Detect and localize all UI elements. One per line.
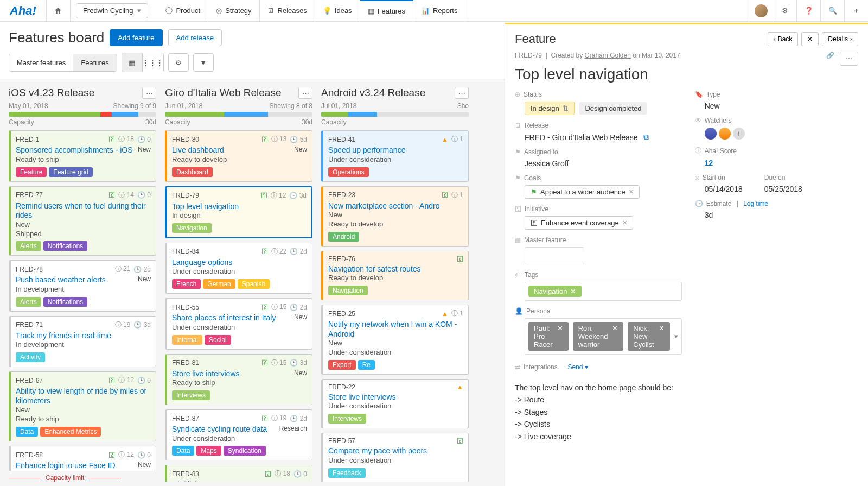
tag[interactable]: Export	[328, 360, 356, 370]
tag[interactable]: Interviews	[328, 414, 366, 424]
column-menu-button[interactable]: ⋯	[455, 87, 469, 99]
feature-card[interactable]: FRED-25▲ⓘ 1 Notify my network when I win…	[321, 305, 469, 375]
status-action-button[interactable]: Design completed	[579, 102, 647, 115]
feature-card[interactable]: FRED-67⚿ⓘ 12🕒 0 Ability to view length o…	[9, 371, 156, 441]
type-value[interactable]: New	[695, 102, 858, 110]
feature-card[interactable]: FRED-41▲ⓘ 1 Speed up performance Under c…	[321, 130, 469, 181]
card-title[interactable]: Language options	[172, 258, 232, 267]
tag[interactable]: Spanish	[238, 279, 270, 289]
list-view-button[interactable]: ⋮⋮⋮	[143, 53, 163, 72]
assignee[interactable]: Jessica Groff	[515, 159, 682, 168]
feature-card[interactable]: FRED-79⚿ⓘ 12🕒 3d Top level navigation In…	[165, 186, 312, 238]
estimate-value[interactable]: 3d	[695, 211, 858, 219]
column-menu-button[interactable]: ⋯	[142, 87, 156, 99]
tag[interactable]: Dashboard	[172, 167, 213, 177]
feature-card[interactable]: FRED-1⚿ⓘ 18🕒 0 Sponsored accomplishments…	[9, 130, 156, 181]
release-value[interactable]: FRED - Giro d'Italia Web Release	[525, 133, 638, 142]
persona-chip[interactable]: Nick: New Cyclist✕	[628, 322, 669, 351]
remove-icon[interactable]: ✕	[557, 324, 563, 349]
watcher-avatar[interactable]	[719, 128, 731, 140]
card-title[interactable]: Syndicate cycling route data	[172, 425, 267, 433]
log-time-link[interactable]: Log time	[743, 200, 768, 207]
master-features-tab[interactable]: Master features	[9, 54, 73, 71]
remove-icon[interactable]: ✕	[629, 188, 634, 195]
tag[interactable]: Interviews	[172, 390, 210, 400]
column-menu-button[interactable]: ⋯	[298, 87, 312, 99]
persona-chip[interactable]: Ron: Weekend warrior✕	[573, 322, 624, 351]
card-title[interactable]: Navigation for safest routes	[328, 264, 420, 273]
workspace-selector[interactable]: Fredwin Cycling ▾	[76, 3, 148, 18]
status-select[interactable]: In design ⇅	[525, 102, 575, 115]
card-title[interactable]: Remind users when to fuel during their r…	[16, 201, 146, 220]
add-feature-button[interactable]: Add feature	[110, 29, 162, 46]
feature-card[interactable]: FRED-83⚿ⓘ 18🕒 0 Highlight tour stages Sh…	[165, 465, 312, 482]
back-button[interactable]: ‹Back	[768, 32, 799, 46]
master-feature-input[interactable]	[525, 247, 584, 264]
tag[interactable]: Re	[358, 360, 375, 370]
user-avatar[interactable]	[749, 0, 773, 21]
due-date[interactable]: 05/25/2018	[764, 185, 802, 193]
card-title[interactable]: Push based weather alerts	[16, 275, 106, 284]
score-link[interactable]: 12	[695, 159, 858, 167]
details-button[interactable]: Details›	[822, 32, 858, 46]
tag[interactable]: Social	[205, 335, 231, 345]
remove-icon[interactable]: ✕	[659, 324, 665, 349]
tag[interactable]: Navigation	[328, 286, 368, 295]
persona-chip[interactable]: Paul: Pro Racer✕	[528, 322, 569, 351]
tag[interactable]: Feedback	[328, 468, 366, 478]
settings-button[interactable]: ⚙	[773, 0, 796, 21]
filter-button[interactable]: ▼	[193, 53, 214, 72]
features-tab[interactable]: Features	[73, 54, 116, 71]
help-button[interactable]: ❓	[796, 0, 820, 21]
card-title[interactable]: Top level navigation	[172, 202, 239, 211]
search-button[interactable]: 🔍	[820, 0, 844, 21]
tag[interactable]: Activity	[16, 352, 45, 362]
external-link-icon[interactable]: ⧉	[643, 132, 649, 142]
card-title[interactable]: Speed up performance	[328, 146, 405, 154]
tag[interactable]: Internal	[172, 335, 202, 345]
more-menu-button[interactable]: ⋯	[840, 52, 858, 66]
card-title[interactable]: Sponsored accomplishments - iOS	[16, 146, 133, 154]
tags-input[interactable]: Navigation✕	[525, 282, 682, 301]
watcher-avatar[interactable]	[705, 128, 717, 140]
tag[interactable]: Alerts	[16, 241, 41, 251]
tag[interactable]: Operations	[328, 167, 369, 177]
add-release-button[interactable]: Add release	[168, 29, 222, 46]
close-panel-button[interactable]: ✕	[801, 32, 819, 46]
tag[interactable]: Alerts	[16, 297, 41, 307]
feature-card[interactable]: FRED-84⚿ⓘ 22🕒 2d Language options Under …	[165, 243, 312, 294]
tag[interactable]: Enhanced Metrics	[40, 427, 101, 437]
nav-features[interactable]: ▦Features	[360, 0, 413, 21]
tag[interactable]: Maps	[196, 446, 221, 456]
send-link[interactable]: Send ▾	[567, 363, 588, 371]
feature-card[interactable]: FRED-55⚿ⓘ 15🕒 2d Share places of interes…	[165, 298, 312, 349]
feature-card[interactable]: FRED-81⚿ⓘ 15🕒 3d Store live interviewsNe…	[165, 354, 312, 405]
card-title[interactable]: Enhance login to use Face ID	[16, 461, 116, 470]
goal-chip[interactable]: ⚑Appeal to a wider audience✕	[525, 185, 640, 199]
card-title[interactable]: Share places of interest in Italy	[172, 313, 276, 322]
nav-reports[interactable]: 📊Reports	[413, 0, 466, 21]
board-view-button[interactable]: ▦	[122, 53, 143, 72]
tag[interactable]: Navigation	[172, 223, 212, 233]
nav-product[interactable]: ⓘProduct	[158, 0, 208, 21]
tag[interactable]: Notifications	[43, 297, 87, 307]
add-button[interactable]: ＋	[844, 0, 868, 21]
nav-ideas[interactable]: 💡Ideas	[315, 0, 360, 21]
settings-view-button[interactable]: ⚙	[168, 53, 189, 72]
add-watcher-button[interactable]: +	[733, 128, 745, 140]
tag[interactable]: Feature	[16, 167, 47, 177]
tag[interactable]: German	[203, 279, 235, 289]
card-title[interactable]: Track my friends in real-time	[16, 331, 111, 340]
persona-input[interactable]: Paul: Pro Racer✕ Ron: Weekend warrior✕ N…	[525, 318, 682, 355]
tag-chip[interactable]: Navigation✕	[528, 286, 582, 297]
remove-icon[interactable]: ✕	[612, 324, 618, 349]
tag[interactable]: Feature grid	[49, 167, 93, 177]
feature-card[interactable]: FRED-80⚿ⓘ 13🕒 5d Live dashboardNew Ready…	[165, 130, 312, 181]
tag[interactable]: Data	[16, 427, 38, 437]
tag[interactable]: Data	[172, 446, 194, 456]
nav-releases[interactable]: 🗓Releases	[260, 0, 315, 21]
feature-card[interactable]: FRED-23⚿ⓘ 1 New marketplace section - An…	[321, 186, 469, 247]
nav-strategy[interactable]: ◎Strategy	[208, 0, 259, 21]
tag[interactable]: Notifications	[43, 241, 87, 251]
card-title[interactable]: Notify my network when I win a KOM - And…	[328, 320, 457, 338]
